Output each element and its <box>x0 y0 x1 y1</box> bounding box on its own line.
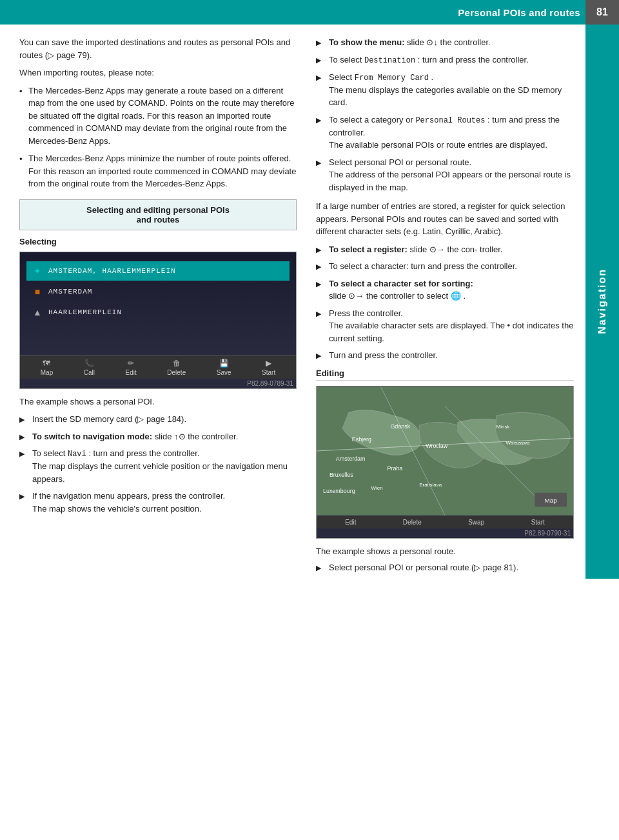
map-toolbar: Edit Delete Swap Start <box>317 515 573 528</box>
nav-item-text-1: AMSTERDAM, HAARLEMMERPLEIN <box>48 267 176 275</box>
map-toolbar-swap: Swap <box>468 519 484 526</box>
menu-text: If the navigation menu appears, press th… <box>32 491 225 501</box>
charset-rest: . <box>463 291 466 301</box>
arrow-r8: ▶ <box>316 277 326 290</box>
svg-text:Bruxelles: Bruxelles <box>329 471 353 477</box>
arrow-2: ▶ <box>19 430 30 443</box>
instruction-sd: ▶ Insert the SD memory card (▷ page 184)… <box>19 413 297 426</box>
from-mem-content: Select From Memory Card . The menu displ… <box>329 71 574 109</box>
arrow-r2: ▶ <box>316 54 326 66</box>
instruction-turn: ▶ Turn and press the controller. <box>316 349 574 362</box>
nav-sidebar-label: Navigation <box>596 268 608 334</box>
nav-sidebar: Navigation <box>585 25 619 579</box>
dest-code: Destination <box>364 56 415 65</box>
arrow-4: ▶ <box>19 490 30 502</box>
intro-text: You can save the imported destinations a… <box>19 36 297 61</box>
char-text: To select a character: turn and press th… <box>329 261 517 271</box>
show-menu-content: To show the menu: slide ⊙↓ the controlle… <box>329 36 574 49</box>
arrow-r9: ▶ <box>316 307 326 319</box>
charset-content: To select a character set for sorting: s… <box>329 277 574 303</box>
example-text-left: The example shows a personal POI. <box>19 395 297 408</box>
instruction-menu-content: If the navigation menu appears, press th… <box>32 490 297 515</box>
note-label: When importing routes, please note: <box>19 66 297 79</box>
press-sub: The available character sets are display… <box>329 321 573 343</box>
toolbar-btn-save: 💾 Save <box>217 359 231 376</box>
nav-item-2: ■ AMSTERDAM <box>26 282 290 301</box>
svg-text:Praha: Praha <box>387 465 402 471</box>
register-text: slide ⊙→ the con- troller. <box>410 245 503 254</box>
press-text: Press the controller. <box>329 308 403 318</box>
navi-sub: The map displays the current vehicle pos… <box>32 461 288 484</box>
register-label: To select a register: <box>329 245 408 254</box>
select-poi-content: Select personal POI or personal route. T… <box>329 156 574 194</box>
instruction-dest: ▶ To select Destination : turn and press… <box>316 54 574 66</box>
dest-rest: : turn and press the controller. <box>418 55 529 65</box>
from-mem-code: From Memory Card <box>355 74 429 83</box>
arrow-r11: ▶ <box>316 561 326 574</box>
instruction-sd-text: Insert the SD memory card (▷ page 184). <box>32 413 297 426</box>
press-content: Press the controller. The available char… <box>329 307 574 345</box>
instruction-menu-appears: ▶ If the navigation menu appears, press … <box>19 490 297 515</box>
svg-text:Amsterdam: Amsterdam <box>336 455 366 461</box>
header-title: Personal POIs and routes <box>458 7 580 18</box>
instruction-navi: ▶ To select Navi : turn and press the co… <box>19 447 297 485</box>
svg-text:Esbjerg: Esbjerg <box>352 436 371 443</box>
charset-label: To select a character set for sorting: <box>329 279 473 288</box>
register-note: If a large number of entries are stored,… <box>316 200 574 238</box>
bullet-dot-1: • <box>19 85 28 148</box>
turn-content: Turn and press the controller. <box>329 349 574 362</box>
register-content: To select a register: slide ⊙→ the con- … <box>329 243 574 256</box>
from-mem-text: Select <box>329 72 352 82</box>
nav-mode-text: slide ↑⊙ the controller. <box>155 432 239 441</box>
navi-rest: : turn and press the controller. <box>88 448 199 458</box>
toolbar-btn-map: 🗺 Map <box>41 359 53 376</box>
page-number: 81 <box>585 0 619 25</box>
instruction-register: ▶ To select a register: slide ⊙→ the con… <box>316 243 574 256</box>
bullet-dot-2: • <box>19 152 28 190</box>
bullet-item-1: • The Mercedes-Benz Apps may generate a … <box>19 85 297 148</box>
arrow-r7: ▶ <box>316 260 326 272</box>
map-svg: Esbjerg Gdansk Amsterdam Wroclaw Bruxell… <box>317 386 573 515</box>
arrow-r10: ▶ <box>316 349 326 361</box>
instruction-nav-mode-content: To switch to navigation mode: slide ↑⊙ t… <box>32 430 297 443</box>
toolbar-btn-edit: ✏ Edit <box>126 359 137 376</box>
instruction-nav-mode: ▶ To switch to navigation mode: slide ↑⊙… <box>19 430 297 443</box>
dot-icon: ■ <box>32 286 43 297</box>
svg-text:Map: Map <box>545 496 558 503</box>
map-container: Esbjerg Gdansk Amsterdam Wroclaw Bruxell… <box>317 386 573 515</box>
nav-item-3: ▲ HAARLEMMERPLEIN <box>26 303 290 322</box>
svg-text:Luxembourg: Luxembourg <box>323 487 355 494</box>
header-wrapper: Personal POIs and routes 81 <box>0 0 619 25</box>
nav-item-1: ✦ AMSTERDAM, HAARLEMMERPLEIN <box>26 261 290 281</box>
category-code: Personal Routes <box>415 116 485 125</box>
category-sub: The available personal POIs or route ent… <box>329 140 547 150</box>
arrow-3: ▶ <box>19 447 30 459</box>
map-toolbar-delete: Delete <box>403 519 422 526</box>
select-poi-sub: The address of the personal POI appears … <box>329 170 571 192</box>
section-title-line2: and routes <box>28 215 288 225</box>
select-poi-text: Select personal POI or personal route. <box>329 157 471 167</box>
instruction-show-menu: ▶ To show the menu: slide ⊙↓ the control… <box>316 36 574 49</box>
nav-item-text-3: HAARLEMMERPLEIN <box>48 308 122 316</box>
bullet-list: • The Mercedes-Benz Apps may generate a … <box>19 85 297 190</box>
page-wrapper: Personal POIs and routes 81 Navigation Y… <box>0 0 619 579</box>
left-column: You can save the imported destinations a… <box>0 36 310 579</box>
char-content: To select a character: turn and press th… <box>329 260 574 273</box>
from-mem-rest: . <box>431 72 434 82</box>
instruction-char: ▶ To select a character: turn and press … <box>316 260 574 273</box>
show-menu-text: slide ⊙↓ the controller. <box>407 37 491 47</box>
select-personal-text: Select personal POI or personal route (▷… <box>329 563 518 572</box>
arrow-r5: ▶ <box>316 156 326 168</box>
show-menu-label: To show the menu: <box>329 37 404 47</box>
turn-text: Turn and press the controller. <box>329 350 438 360</box>
main-content: You can save the imported destinations a… <box>0 25 619 579</box>
example-route-text: The example shows a personal route. <box>316 545 574 558</box>
dest-text: To select <box>329 55 362 65</box>
right-column: ▶ To show the menu: slide ⊙↓ the control… <box>310 36 580 579</box>
section-title-line1: Selecting and editing personal POIs <box>28 205 288 215</box>
navi-code: Navi <box>68 450 86 459</box>
bullet-text-2: The Mercedes-Benz Apps minimize the numb… <box>28 152 297 190</box>
editing-label: Editing <box>316 368 574 381</box>
instruction-select-personal: ▶ Select personal POI or personal route … <box>316 561 574 574</box>
arrow-r4: ▶ <box>316 114 326 126</box>
